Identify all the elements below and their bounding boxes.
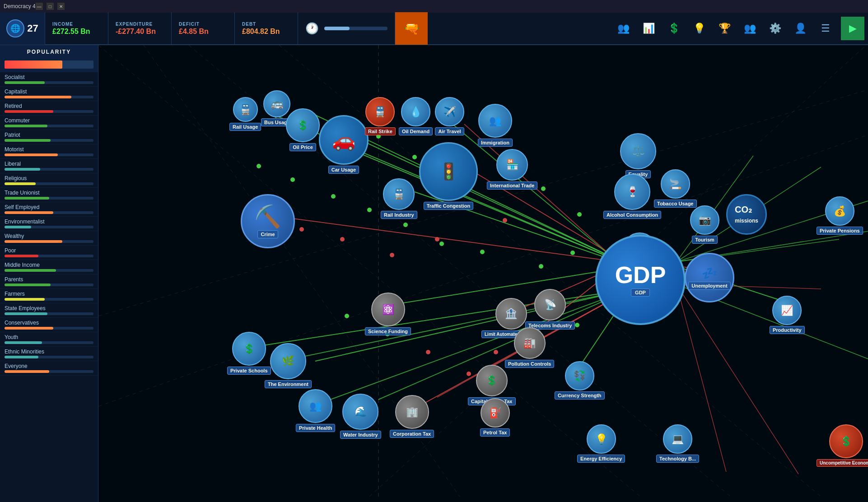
technology-bonus-node[interactable]: 💻 Technology B... <box>656 424 699 463</box>
voter-name: Youth <box>5 334 93 340</box>
rail-strike-node[interactable]: 🚆 Rail Strike <box>365 97 396 135</box>
voter-item[interactable]: Parents <box>0 274 98 289</box>
voter-name: Poor <box>5 247 93 254</box>
voter-item[interactable]: State Employees <box>0 303 98 318</box>
rail-industry-node[interactable]: 🚆 Rail Industry <box>381 178 417 219</box>
unemployment-node[interactable]: 💤 Unemployment <box>685 253 734 302</box>
voter-bar-fill <box>5 153 58 156</box>
currency-strength-node[interactable]: 💱 Currency Strength <box>555 361 605 400</box>
title-text: Democracy 4 <box>4 3 36 9</box>
voter-item[interactable]: Capitalist <box>0 87 98 101</box>
budget-icon[interactable]: 💲 <box>662 17 686 40</box>
speed-area: 🕐 <box>298 12 395 45</box>
private-pensions-icon: 💰 <box>834 205 846 217</box>
water-industry-node[interactable]: 🌊 Water Industry <box>340 394 381 439</box>
science-funding-node[interactable]: ⚛️ Science Funding <box>365 293 411 335</box>
energy-efficiency-icon: 💡 <box>595 433 607 445</box>
voter-item[interactable]: Commuter <box>0 116 98 130</box>
deficit-label: DEFICIT <box>179 22 227 27</box>
svg-line-24 <box>263 289 631 345</box>
voter-item[interactable]: Conservatives <box>0 318 98 332</box>
private-pensions-node[interactable]: 💰 Private Pensions <box>817 196 863 235</box>
svg-point-39 <box>570 251 575 255</box>
speed-bar[interactable] <box>324 27 387 30</box>
tourism-node[interactable]: 📷 Tourism <box>690 205 719 244</box>
oil-price-node[interactable]: 💲 Oil Price <box>286 108 320 151</box>
voter-item[interactable]: Patriot <box>0 130 98 144</box>
voter-item[interactable]: Self Employed <box>0 202 98 217</box>
immigration-node[interactable]: 👥 Immigration <box>478 104 513 147</box>
energy-efficiency-node[interactable]: 💡 Energy Efficiency <box>577 424 625 463</box>
private-health-node[interactable]: 👥 Private Health <box>296 389 335 432</box>
bus-usage-icon: 🚌 <box>271 98 283 110</box>
voter-bar-fill <box>5 327 53 330</box>
voter-item[interactable]: Middle Income <box>0 260 98 274</box>
ideas-icon[interactable]: 💡 <box>687 17 711 40</box>
debt-stat: DEBT £804.82 Bn <box>235 12 298 45</box>
voter-item[interactable]: Environmentalist <box>0 217 98 231</box>
crime-node[interactable]: ⛏️ Crime <box>241 194 295 248</box>
alcohol-consumption-node[interactable]: 🍷 Alcohol Consumption <box>603 174 661 219</box>
voter-item[interactable]: Religious <box>0 173 98 188</box>
voter-bar-fill <box>5 240 62 243</box>
air-travel-icon: ✈️ <box>443 106 456 118</box>
profile-icon[interactable]: 👤 <box>789 17 812 40</box>
the-environment-icon: 🌿 <box>282 355 294 367</box>
international-trade-node[interactable]: 🏪 International Trade <box>487 149 537 190</box>
uncompetitive-economy-node[interactable]: 💲 Uncompetitive Economy <box>817 424 868 467</box>
title-bar: Democracy 4 — □ ✕ <box>0 0 868 13</box>
voter-item[interactable]: Everyone <box>0 361 98 376</box>
traffic-congestion-label: Traffic Congestion <box>424 202 474 210</box>
voter-item[interactable]: Farmers <box>0 289 98 303</box>
traffic-congestion-node[interactable]: 🚦 Traffic Congestion <box>419 142 478 210</box>
cabinet-icon[interactable]: 👥 <box>738 17 761 40</box>
gdp-node[interactable]: GDP GDP <box>595 235 686 325</box>
productivity-node[interactable]: 📈 Productivity <box>770 296 805 334</box>
maximize-button[interactable]: □ <box>47 3 54 10</box>
voter-item[interactable]: Liberal <box>0 159 98 173</box>
deficit-stat: DEFICIT £4.85 Bn <box>172 12 235 45</box>
voter-name: Motorist <box>5 146 93 153</box>
voter-item[interactable]: Poor <box>0 246 98 260</box>
voter-item[interactable]: Trade Unionist <box>0 188 98 202</box>
car-usage-node[interactable]: 🚗 Car Usage <box>319 115 369 174</box>
voter-item[interactable]: Wealthy <box>0 231 98 246</box>
voter-bar-fill <box>5 255 38 257</box>
equality-node[interactable]: ⚖️ Equality <box>620 133 656 178</box>
voter-item[interactable]: Socialist <box>0 72 98 87</box>
stats-icon[interactable]: 📊 <box>637 17 660 40</box>
voter-name: State Employees <box>5 305 93 311</box>
oil-demand-node[interactable]: 💧 Oil Demand <box>399 97 433 135</box>
petrol-tax-node[interactable]: ⛽ Petrol Tax <box>480 398 510 437</box>
gdp-text: GDP <box>615 263 666 287</box>
minimize-button[interactable]: — <box>36 3 43 10</box>
the-environment-node[interactable]: 🌿 The Environment <box>265 343 312 388</box>
water-industry-icon: 🌊 <box>355 406 367 418</box>
close-button[interactable]: ✕ <box>57 3 65 10</box>
voter-bar-outer <box>5 110 93 113</box>
voter-item[interactable]: Youth <box>0 332 98 347</box>
pollution-controls-node[interactable]: 🏭 Pollution Controls <box>505 327 554 368</box>
voter-name: Commuter <box>5 117 93 124</box>
science-funding-icon: ⚛️ <box>382 304 394 316</box>
gdp-label: GDP <box>631 288 650 297</box>
co2-node[interactable]: CO₂missions <box>726 194 767 235</box>
menu-icon[interactable]: ☰ <box>814 17 837 40</box>
income-label: INCOME <box>52 22 101 27</box>
rail-usage-node[interactable]: 🚆 Rail Usage <box>229 97 261 131</box>
voter-bar-fill <box>5 298 45 301</box>
voter-name: Farmers <box>5 291 93 297</box>
immigration-icon: 👥 <box>489 115 501 127</box>
petrol-tax-icon: ⛽ <box>489 407 501 419</box>
play-button[interactable]: ▶ <box>841 17 864 40</box>
achievements-icon[interactable]: 🏆 <box>713 17 736 40</box>
voters-icon[interactable]: 👥 <box>611 17 635 40</box>
gun-button[interactable]: 🔫 <box>395 12 428 45</box>
settings-icon[interactable]: ⚙️ <box>763 17 787 40</box>
air-travel-node[interactable]: ✈️ Air Travel <box>435 97 464 135</box>
voter-item[interactable]: Motorist <box>0 144 98 159</box>
voter-item[interactable]: Retired <box>0 101 98 116</box>
corporation-tax-node[interactable]: 🏢 Corporation Tax <box>390 395 434 438</box>
voter-item[interactable]: Ethnic Minorities <box>0 347 98 361</box>
clock-icon[interactable]: 🕐 <box>305 22 319 35</box>
